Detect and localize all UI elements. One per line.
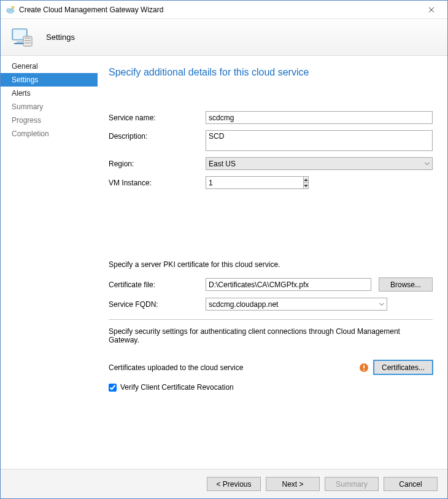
service-name-label: Service name: bbox=[109, 114, 206, 122]
next-button[interactable]: Next > bbox=[266, 477, 320, 491]
region-select[interactable]: East US bbox=[206, 157, 433, 170]
svg-point-14 bbox=[363, 369, 365, 370]
cloud-icon bbox=[6, 5, 15, 15]
svg-point-1 bbox=[7, 8, 10, 10]
service-name-input[interactable] bbox=[206, 111, 433, 124]
service-fqdn-label: Service FQDN: bbox=[109, 300, 206, 309]
certificate-file-label: Certificate file: bbox=[109, 280, 206, 289]
summary-button: Summary bbox=[325, 477, 379, 491]
titlebar: Create Cloud Management Gateway Wizard bbox=[1, 1, 447, 19]
description-input[interactable] bbox=[206, 130, 433, 151]
certs-uploaded-label: Certificates uploaded to the cloud servi… bbox=[109, 363, 243, 372]
browse-button[interactable]: Browse... bbox=[379, 277, 433, 292]
previous-button[interactable]: < Previous bbox=[207, 477, 261, 491]
sidebar-item-alerts[interactable]: Alerts bbox=[1, 87, 98, 100]
svg-rect-11 bbox=[25, 42, 31, 44]
sidebar-item-summary[interactable]: Summary bbox=[1, 100, 98, 114]
chevron-down-icon bbox=[379, 303, 384, 306]
svg-point-3 bbox=[12, 6, 14, 9]
warning-icon bbox=[359, 363, 369, 373]
computer-icon bbox=[9, 25, 34, 50]
svg-rect-9 bbox=[25, 37, 31, 39]
region-value: East US bbox=[209, 160, 236, 168]
pki-section-text: Specify a server PKI certificate for thi… bbox=[109, 260, 433, 269]
certificates-button[interactable]: Certificates... bbox=[374, 360, 433, 374]
verify-crl-row[interactable]: Verify Client Certificate Revocation bbox=[109, 383, 433, 392]
certificate-file-input[interactable] bbox=[206, 278, 371, 291]
chevron-down-icon bbox=[425, 162, 430, 165]
spinner-down-button[interactable] bbox=[304, 183, 308, 188]
wizard-window: Create Cloud Management Gateway Wizard S… bbox=[0, 0, 448, 499]
sidebar-item-settings[interactable]: Settings bbox=[1, 73, 98, 87]
page-title: Specify additional details for this clou… bbox=[109, 67, 433, 78]
vm-instance-spinner[interactable] bbox=[206, 176, 284, 189]
window-title: Create Cloud Management Gateway Wizard bbox=[19, 6, 419, 14]
wizard-body: General Settings Alerts Summary Progress… bbox=[1, 56, 447, 469]
service-fqdn-value: scdcmg.cloudapp.net bbox=[209, 300, 278, 309]
svg-rect-6 bbox=[17, 41, 23, 43]
verify-crl-label: Verify Client Certificate Revocation bbox=[120, 383, 234, 392]
region-label: Region: bbox=[109, 160, 206, 168]
service-fqdn-select[interactable]: scdcmg.cloudapp.net bbox=[206, 298, 387, 311]
vm-instance-label: VM Instance: bbox=[109, 179, 206, 187]
wizard-main: Specify additional details for this clou… bbox=[98, 56, 447, 469]
cancel-button[interactable]: Cancel bbox=[384, 477, 438, 491]
sidebar-item-general[interactable]: General bbox=[1, 60, 98, 73]
close-button[interactable] bbox=[419, 1, 444, 18]
spinner-up-button[interactable] bbox=[304, 177, 308, 183]
description-label: Description: bbox=[109, 130, 206, 141]
vm-instance-input[interactable] bbox=[206, 176, 303, 189]
divider bbox=[109, 319, 433, 320]
security-section-text: Specify security settings for authentica… bbox=[109, 327, 433, 344]
verify-crl-checkbox[interactable] bbox=[109, 384, 117, 392]
svg-rect-13 bbox=[363, 365, 365, 368]
svg-rect-10 bbox=[25, 40, 31, 41]
sidebar-item-completion[interactable]: Completion bbox=[1, 127, 98, 141]
wizard-footer: < Previous Next > Summary Cancel bbox=[1, 469, 447, 498]
header-label: Settings bbox=[46, 33, 75, 42]
header-strip: Settings bbox=[1, 19, 447, 56]
sidebar-item-progress[interactable]: Progress bbox=[1, 114, 98, 127]
wizard-sidebar: General Settings Alerts Summary Progress… bbox=[1, 56, 98, 469]
